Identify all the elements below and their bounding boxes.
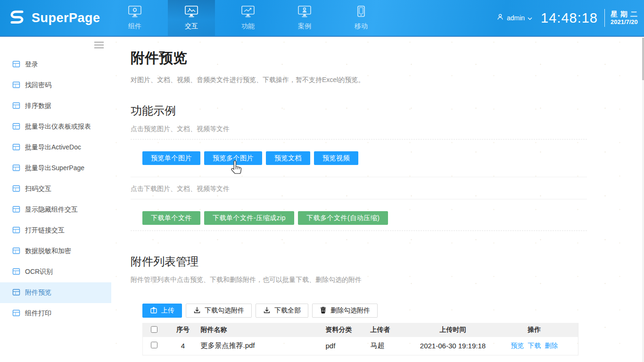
monitor-gear-icon xyxy=(128,5,142,20)
nav-label: 交互 xyxy=(185,22,198,31)
sidebar-item-batch-export-superpage[interactable]: 批量导出SuperPage xyxy=(0,158,111,179)
download-single-zip-button[interactable]: 下载单个文件-压缩成zip xyxy=(204,211,294,225)
col-actions: 操作 xyxy=(491,323,578,337)
page-subtitle: 对图片、文档、视频、音频类文件进行预览、下载操作，暂不支持Excel的预览。 xyxy=(131,76,644,84)
page-layout-icon xyxy=(12,164,20,173)
preview-multi-image-button[interactable]: 预览多个图片 xyxy=(204,151,262,165)
attachment-toolbar: 上传 下载勾选附件 下载全部 xyxy=(142,304,644,318)
preview-button-row: 预览单个图片 预览多个图片 预览文档 预览视频 xyxy=(142,151,644,165)
nav-item-interaction[interactable]: 交互 xyxy=(168,0,215,36)
sidebar-item-ocr[interactable]: OCR识别 xyxy=(0,262,111,282)
separator xyxy=(131,199,587,199)
date-block: 星期二 2021/7/20 xyxy=(611,10,640,26)
sidebar-item-sort-data[interactable]: 排序数据 xyxy=(0,96,111,116)
download-checked-button[interactable]: 下载勾选附件 xyxy=(186,304,252,318)
sidebar-item-recover-password[interactable]: 找回密码 xyxy=(0,75,111,96)
sidebar-item-attachment-preview[interactable]: 附件预览 xyxy=(0,282,111,303)
nav-label: 组件 xyxy=(128,22,141,31)
row-preview-link[interactable]: 预览 xyxy=(511,342,524,349)
cell-index: 4 xyxy=(165,337,201,355)
row-delete-link[interactable]: 删除 xyxy=(545,342,558,349)
superpage-logo[interactable]: SuperPage xyxy=(0,0,111,36)
sidebar-item-label: 批量导出SuperPage xyxy=(25,164,84,173)
weekday: 星期二 xyxy=(611,10,640,19)
sidebar-item-scan-interaction[interactable]: 扫码交互 xyxy=(0,179,111,199)
page-layout-icon xyxy=(12,247,20,256)
monitor-chart-icon xyxy=(241,5,255,20)
page-title: 附件预览 xyxy=(131,49,644,67)
sidebar-item-open-link-interaction[interactable]: 打开链接交互 xyxy=(0,220,111,241)
row-download-link[interactable]: 下载 xyxy=(528,342,541,349)
sidebar-collapse-icon[interactable] xyxy=(94,41,104,50)
delete-checked-button[interactable]: 删除勾选附件 xyxy=(312,304,378,318)
sidebar-menu: 登录 找回密码 排序数据 批量导出仪表板或报表 批量导出ActiveDoc 批量… xyxy=(0,54,111,324)
sidebar-item-label: 排序数据 xyxy=(25,102,51,110)
scrollbar[interactable] xyxy=(642,38,644,362)
page-layout-icon xyxy=(12,143,20,152)
clock: 14:48:18 xyxy=(541,10,598,26)
col-uploader: 上传者 xyxy=(371,323,415,337)
superpage-app: SuperPage 组件 xyxy=(0,0,644,362)
cell-actions: 预览下载删除 xyxy=(491,337,578,355)
sidebar-item-component-print[interactable]: 组件打印 xyxy=(0,303,111,324)
preview-document-button[interactable]: 预览文档 xyxy=(266,151,310,165)
nav-item-mobile[interactable]: 移动 xyxy=(338,0,385,36)
download-icon xyxy=(193,306,201,315)
download-all-button[interactable]: 下载全部 xyxy=(256,304,308,318)
sidebar-item-label: 登录 xyxy=(25,60,38,69)
delete-checked-label: 删除勾选附件 xyxy=(330,306,370,315)
main-content: 附件预览 对图片、文档、视频、音频类文件进行预览、下载操作，暂不支持Excel的… xyxy=(111,38,644,362)
download-hint: 点击下载图片、文档、视频等文件 xyxy=(131,185,644,193)
select-all-checkbox[interactable] xyxy=(151,326,157,333)
download-all-label: 下载全部 xyxy=(274,306,301,315)
sidebar-item-batch-export-dashboard[interactable]: 批量导出仪表板或报表 xyxy=(0,116,111,137)
nav-item-components[interactable]: 组件 xyxy=(111,0,158,36)
sidebar-item-label: 批量导出ActiveDoc xyxy=(25,143,81,152)
attachment-table: 序号 附件名称 资料分类 上传者 上传时间 操作 4 更多景点推荐.pdf pd… xyxy=(142,323,578,355)
sidebar-item-data-masking[interactable]: 数据脱敏和加密 xyxy=(0,241,111,262)
cell-uploader: 马超 xyxy=(371,337,415,355)
page-layout-icon xyxy=(12,81,20,90)
sidebar-item-label: 扫码交互 xyxy=(25,185,51,193)
upload-icon xyxy=(150,306,157,315)
page-layout-icon xyxy=(12,123,20,132)
scrollbar-thumb[interactable] xyxy=(642,38,644,80)
cell-time: 2021-06-30 19:19:18 xyxy=(415,337,491,355)
chevron-down-icon xyxy=(528,14,532,22)
sidebar-item-label: 打开链接交互 xyxy=(25,226,65,235)
page-layout-icon xyxy=(12,309,20,318)
sidebar-item-label: 附件预览 xyxy=(25,288,51,297)
preview-single-image-button[interactable]: 预览单个图片 xyxy=(142,151,200,165)
col-name: 附件名称 xyxy=(201,323,326,337)
sidebar-item-batch-export-activedoc[interactable]: 批量导出ActiveDoc xyxy=(0,137,111,158)
sidebar-item-show-hide-interaction[interactable]: 显示隐藏组件交互 xyxy=(0,199,111,220)
page-layout-icon xyxy=(12,206,20,214)
manage-section-heading: 附件列表管理 xyxy=(131,254,644,269)
upload-button-label: 上传 xyxy=(161,306,174,315)
nav-item-features[interactable]: 功能 xyxy=(224,0,272,36)
download-button-row: 下载单个文件 下载单个文件-压缩成zip 下载多个文件(自动压缩) xyxy=(142,211,644,225)
sidebar: 登录 找回密码 排序数据 批量导出仪表板或报表 批量导出ActiveDoc 批量… xyxy=(0,38,111,362)
col-index: 序号 xyxy=(165,323,201,337)
top-header: SuperPage 组件 xyxy=(0,0,644,37)
download-multi-auto-zip-button[interactable]: 下载多个文件(自动压缩) xyxy=(298,211,388,225)
sidebar-item-label: 批量导出仪表板或报表 xyxy=(25,123,91,131)
separator xyxy=(131,139,587,140)
preview-video-button[interactable]: 预览视频 xyxy=(314,151,358,165)
header-right: admin 14:48:18 星期二 2021/7/20 xyxy=(496,0,644,36)
user-menu[interactable]: admin xyxy=(496,13,532,23)
nav-label: 案例 xyxy=(298,22,311,31)
nav-item-cases[interactable]: 案例 xyxy=(281,0,328,36)
table-header-row: 序号 附件名称 资料分类 上传者 上传时间 操作 xyxy=(143,323,578,337)
download-single-file-button[interactable]: 下载单个文件 xyxy=(142,211,200,225)
page-layout-icon xyxy=(12,185,20,194)
separator xyxy=(131,177,587,177)
page-layout-icon xyxy=(12,102,20,111)
upload-button[interactable]: 上传 xyxy=(142,304,182,318)
manage-hint: 附件管理列表中点击预览、下载和删除附件，也可以批量下载、删除勾选的附件 xyxy=(131,276,644,284)
row-checkbox[interactable] xyxy=(151,342,157,348)
sidebar-item-login[interactable]: 登录 xyxy=(0,54,111,75)
separator xyxy=(131,230,587,231)
user-icon xyxy=(496,13,504,23)
sidebar-item-label: 组件打印 xyxy=(25,309,51,318)
